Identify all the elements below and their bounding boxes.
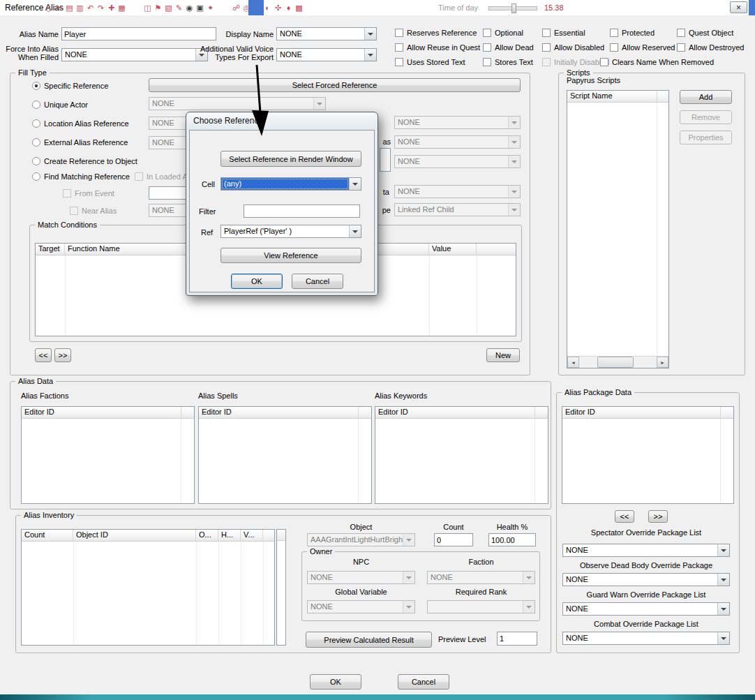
checkbox-optional[interactable]: Optional bbox=[483, 28, 523, 38]
conditions-new-button[interactable]: New bbox=[486, 348, 520, 362]
column-header-stub[interactable] bbox=[721, 407, 733, 418]
time-of-day-slider[interactable] bbox=[488, 6, 537, 10]
column-header-script-name[interactable]: Script Name bbox=[567, 91, 657, 102]
column-header-count[interactable]: Count bbox=[22, 530, 73, 541]
toolbar-icon[interactable]: ▩ bbox=[294, 2, 304, 13]
toolbar-icon[interactable]: ◫ bbox=[142, 2, 153, 13]
toolbar-icon[interactable]: ✎ bbox=[174, 2, 184, 13]
preview-level-input[interactable] bbox=[497, 632, 537, 646]
alias-factions-body[interactable] bbox=[22, 419, 194, 503]
dialog-cancel-button[interactable]: Cancel bbox=[292, 274, 343, 289]
package-prev-button[interactable]: << bbox=[615, 510, 634, 523]
conditions-prev-button[interactable]: << bbox=[35, 348, 52, 362]
checkbox-allow-destroyed[interactable]: Allow Destroyed bbox=[677, 43, 744, 52]
column-header-stub[interactable] bbox=[657, 91, 668, 102]
column-header-blank[interactable] bbox=[477, 244, 516, 255]
select-forced-reference-button[interactable]: Select Forced Reference bbox=[149, 78, 521, 92]
column-header-editor-id[interactable]: Editor ID bbox=[22, 407, 181, 418]
fill-type-right-select-2[interactable]: NONE bbox=[394, 135, 521, 149]
column-header-object-id[interactable]: Object ID bbox=[73, 530, 196, 541]
display-name-select[interactable]: NONE bbox=[276, 27, 377, 40]
close-button[interactable]: × bbox=[730, 1, 747, 13]
faction-select[interactable]: NONE bbox=[427, 571, 535, 584]
toolbar-icon[interactable]: ✂ bbox=[54, 2, 64, 13]
toolbar-icon[interactable]: ◉ bbox=[184, 2, 195, 13]
count-input[interactable] bbox=[434, 533, 473, 546]
script-properties-button[interactable]: Properties bbox=[680, 131, 732, 144]
ok-button[interactable]: OK bbox=[310, 674, 361, 690]
radio-specific-reference[interactable]: Specific Reference bbox=[32, 81, 108, 91]
checkbox-allow-reserved[interactable]: Allow Reserved bbox=[610, 43, 675, 52]
checkbox-reserves-reference[interactable]: Reserves Reference bbox=[395, 28, 477, 38]
view-reference-button[interactable]: View Reference bbox=[220, 248, 361, 263]
fill-type-right-select-3[interactable]: NONE bbox=[394, 155, 521, 168]
column-header-editor-id[interactable]: Editor ID bbox=[199, 407, 359, 418]
toolbar-icon[interactable]: ▤ bbox=[64, 2, 75, 13]
cell-select[interactable]: (any) bbox=[220, 177, 361, 191]
toolbar-icon[interactable]: ▧ bbox=[163, 2, 174, 13]
toolbar-icon[interactable]: ✣ bbox=[273, 2, 283, 13]
scroll-left-icon[interactable]: ◄ bbox=[567, 357, 579, 368]
dialog-ok-button[interactable]: OK bbox=[231, 274, 283, 289]
checkbox-essential[interactable]: Essential bbox=[542, 28, 585, 38]
column-header-o[interactable]: O... bbox=[196, 530, 218, 541]
checkbox-quest-object[interactable]: Quest Object bbox=[677, 28, 733, 38]
script-add-button[interactable]: Add bbox=[680, 90, 732, 104]
radio-create-reference-to-object[interactable]: Create Reference to Object bbox=[32, 156, 137, 166]
npc-select[interactable]: NONE bbox=[307, 571, 415, 584]
radio-location-alias-reference[interactable]: Location Alias Reference bbox=[32, 119, 129, 128]
guard-warn-override-select[interactable]: NONE bbox=[562, 602, 730, 616]
horizontal-scrollbar[interactable]: ◄ ► bbox=[567, 356, 668, 368]
toolbar-icon[interactable]: ▯ bbox=[43, 2, 54, 13]
alias-spells-body[interactable] bbox=[199, 419, 371, 503]
column-header-editor-id[interactable]: Editor ID bbox=[375, 407, 535, 418]
checkbox-protected[interactable]: Protected bbox=[610, 28, 655, 38]
alias-keywords-body[interactable] bbox=[375, 419, 548, 503]
papyrus-scripts-body[interactable] bbox=[567, 103, 668, 356]
column-header-v[interactable]: V... bbox=[241, 530, 263, 541]
checkbox-clears-name-when-removed[interactable]: Clears Name When Removed bbox=[600, 57, 714, 67]
force-into-alias-select[interactable]: NONE bbox=[61, 48, 208, 61]
checkbox-from-event[interactable]: From Event bbox=[63, 188, 114, 198]
fill-type-right-select-1[interactable]: NONE bbox=[394, 116, 521, 129]
alias-name-input[interactable] bbox=[61, 27, 216, 40]
toolbar-icon[interactable]: ↶ bbox=[85, 2, 96, 13]
toolbar-icon[interactable]: ☍ bbox=[231, 2, 241, 13]
combat-override-select[interactable]: NONE bbox=[562, 632, 730, 645]
ref-select[interactable]: PlayerRef ('Player' ) bbox=[220, 225, 361, 238]
column-header-h[interactable]: H... bbox=[218, 530, 241, 541]
column-header-stub[interactable] bbox=[359, 407, 371, 418]
script-remove-button[interactable]: Remove bbox=[680, 110, 732, 124]
checkbox-initially-disabled[interactable]: Initially Disabled bbox=[542, 57, 609, 67]
voice-types-select[interactable]: NONE bbox=[276, 48, 377, 61]
inventory-body[interactable] bbox=[22, 542, 274, 645]
radio-find-matching-reference[interactable]: Find Matching Reference bbox=[32, 172, 130, 181]
column-header-value[interactable]: Value bbox=[429, 244, 477, 255]
toolbar-icon[interactable]: ♦ bbox=[283, 2, 294, 13]
checkbox-stores-text[interactable]: Stores Text bbox=[483, 57, 533, 67]
scrollbar-thumb[interactable] bbox=[597, 357, 634, 368]
toolbar-icon[interactable]: ◐ bbox=[262, 2, 273, 13]
radio-external-alias-reference[interactable]: External Alias Reference bbox=[32, 137, 128, 147]
checkbox-allow-dead[interactable]: Allow Dead bbox=[483, 43, 534, 52]
checkbox-allow-reuse-in-quest[interactable]: Allow Reuse in Quest bbox=[395, 43, 480, 52]
cancel-button[interactable]: Cancel bbox=[398, 674, 449, 690]
column-header-stub[interactable] bbox=[263, 530, 274, 541]
object-select[interactable]: AAAGrantIntLightHurtBrigh bbox=[307, 533, 415, 546]
toolbar-icon[interactable]: ✚ bbox=[106, 2, 117, 13]
slider-thumb[interactable] bbox=[511, 3, 516, 13]
observe-dead-body-select[interactable]: NONE bbox=[562, 573, 730, 586]
conditions-next-button[interactable]: >> bbox=[54, 348, 71, 362]
toolbar-icon[interactable]: ✦ bbox=[205, 2, 216, 13]
alias-packages-body[interactable] bbox=[562, 419, 733, 503]
linked-ref-child-select[interactable]: Linked Ref Child bbox=[394, 203, 521, 216]
filter-input[interactable] bbox=[244, 204, 360, 218]
checkbox-allow-disabled[interactable]: Allow Disabled bbox=[542, 43, 604, 52]
toolbar-icon[interactable]: ▥ bbox=[75, 2, 85, 13]
unique-actor-select[interactable]: NONE bbox=[149, 97, 326, 110]
toolbar-icon[interactable]: ▣ bbox=[195, 2, 205, 13]
preview-calculated-result-button[interactable]: Preview Calculated Result bbox=[306, 632, 432, 648]
select-reference-in-render-window-button[interactable]: Select Reference in Render Window bbox=[220, 151, 361, 167]
column-header-editor-id[interactable]: Editor ID bbox=[562, 407, 721, 418]
radio-unique-actor[interactable]: Unique Actor bbox=[32, 100, 88, 110]
